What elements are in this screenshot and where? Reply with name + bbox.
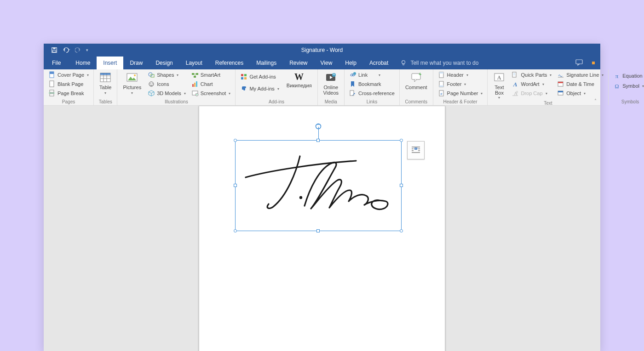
3d-models-button[interactable]: 3D Models▾	[146, 89, 188, 97]
online-videos-button[interactable]: Online Videos	[321, 71, 341, 96]
resize-handle-tm[interactable]	[316, 139, 320, 142]
group-label: Tables	[97, 98, 114, 105]
header-button[interactable]: Header▾	[436, 71, 485, 79]
cover-page-button[interactable]: Cover Page▾	[46, 71, 91, 79]
tab-mailings[interactable]: Mailings	[250, 57, 283, 69]
svg-rect-42	[241, 77, 243, 79]
undo-icon[interactable]	[62, 47, 70, 53]
date-time-button[interactable]: Date & Time	[555, 80, 605, 88]
redo-icon[interactable]	[75, 47, 81, 53]
smartart-button[interactable]: SmartArt	[190, 71, 233, 79]
group-header-footer: Header▾ Footer▾ # Page Number▾ Header & …	[433, 69, 488, 105]
svg-rect-10	[50, 94, 54, 96]
quick-parts-button[interactable]: Quick Parts▾	[510, 71, 553, 79]
object-button[interactable]: Object▾	[555, 89, 605, 97]
tell-me-search[interactable]: Tell me what you want to do	[400, 57, 478, 69]
resize-handle-rm[interactable]	[400, 184, 403, 187]
svg-point-47	[332, 73, 336, 77]
tab-design[interactable]: Design	[149, 57, 179, 69]
svg-point-50	[353, 72, 356, 75]
page-number-icon: #	[438, 90, 445, 97]
picture-selection-box[interactable]	[235, 140, 402, 231]
3d-models-icon	[148, 90, 155, 97]
equation-icon: π	[613, 72, 621, 79]
tab-help[interactable]: Help	[339, 57, 363, 69]
object-icon	[557, 90, 564, 97]
text-box-button[interactable]: A Text Box▾	[490, 71, 508, 100]
svg-rect-56	[439, 72, 443, 74]
svg-rect-9	[50, 90, 54, 92]
footer-button[interactable]: Footer▾	[436, 80, 485, 88]
comments-icon[interactable]	[575, 59, 584, 67]
quick-access-toolbar: ▾	[44, 47, 88, 53]
icons-icon	[148, 80, 155, 88]
resize-handle-lm[interactable]	[234, 184, 237, 187]
resize-handle-bl[interactable]	[234, 229, 237, 232]
tab-references[interactable]: References	[209, 57, 250, 69]
page-break-button[interactable]: Page Break	[46, 89, 91, 97]
svg-text:π: π	[615, 73, 619, 79]
titlebar: ▾ Signature - Word	[44, 44, 600, 57]
group-media: Online Videos Media	[318, 69, 345, 105]
chart-button[interactable]: Chart	[190, 80, 233, 88]
comment-icon: +	[410, 72, 422, 84]
layout-options-button[interactable]	[407, 141, 425, 159]
symbol-button[interactable]: Ω Symbol▾	[611, 82, 644, 90]
svg-rect-1	[53, 48, 55, 50]
svg-rect-65	[513, 74, 515, 75]
svg-rect-35	[192, 84, 194, 87]
signature-image[interactable]	[241, 153, 393, 222]
svg-rect-75	[558, 91, 563, 92]
tab-insert[interactable]: Insert	[97, 57, 123, 69]
wordart-button[interactable]: A WordArt▾	[510, 80, 553, 88]
group-label: Pages	[46, 98, 91, 105]
table-button[interactable]: Table ▾	[97, 71, 114, 95]
svg-point-78	[316, 124, 321, 129]
tab-file[interactable]: File	[44, 57, 69, 69]
shapes-button[interactable]: Shapes▾	[146, 71, 188, 79]
cross-reference-button[interactable]: Cross-reference	[347, 89, 397, 97]
tab-view[interactable]: View	[314, 57, 339, 69]
document-area[interactable]	[44, 106, 600, 351]
resize-handle-br[interactable]	[400, 229, 403, 232]
screenshot-icon	[191, 90, 199, 97]
drop-cap-icon: A	[512, 90, 519, 97]
bookmark-button[interactable]: Bookmark	[347, 80, 397, 88]
collapse-ribbon-icon[interactable]: ˄	[594, 98, 597, 103]
tab-acrobat[interactable]: Acrobat	[363, 57, 395, 69]
tab-review[interactable]: Review	[283, 57, 314, 69]
screenshot-button[interactable]: Screenshot▾	[190, 89, 233, 97]
qat-customize-icon[interactable]: ▾	[86, 48, 88, 52]
pictures-button[interactable]: Pictures ▾	[120, 71, 144, 95]
rotation-handle[interactable]	[315, 123, 322, 130]
my-addins-button[interactable]: My Add-ins▾	[238, 85, 281, 93]
group-label: Links	[347, 98, 397, 105]
link-button[interactable]: Link▾	[347, 71, 397, 79]
save-icon[interactable]	[51, 47, 58, 53]
smartart-icon	[191, 71, 199, 79]
get-addins-button[interactable]: Get Add-ins	[238, 73, 281, 81]
tab-draw[interactable]: Draw	[123, 57, 149, 69]
group-label: Header & Footer	[436, 98, 485, 105]
tab-home[interactable]: Home	[69, 57, 97, 69]
icons-button[interactable]: Icons	[146, 80, 188, 88]
page-number-button[interactable]: # Page Number▾	[436, 89, 485, 97]
signature-line-button[interactable]: Signature Line▾	[555, 71, 605, 79]
layout-options-icon	[410, 145, 421, 156]
svg-rect-37	[196, 81, 197, 87]
tab-layout[interactable]: Layout	[179, 57, 209, 69]
drop-cap-button[interactable]: A Drop Cap▾	[510, 89, 553, 97]
pending-dot-icon[interactable]	[592, 62, 595, 64]
resize-handle-tr[interactable]	[400, 139, 403, 142]
wikipedia-button[interactable]: W Википедия	[284, 71, 315, 88]
my-addins-icon	[240, 85, 247, 92]
date-time-icon	[557, 80, 564, 88]
store-icon	[240, 73, 247, 80]
blank-page-button[interactable]: Blank Page	[46, 80, 91, 88]
equation-button[interactable]: π Equation▾	[611, 72, 644, 80]
comment-button[interactable]: + Comment	[402, 71, 430, 90]
document-page[interactable]	[199, 106, 445, 351]
svg-point-3	[402, 61, 405, 64]
resize-handle-tl[interactable]	[234, 139, 237, 142]
resize-handle-bm[interactable]	[316, 229, 320, 232]
